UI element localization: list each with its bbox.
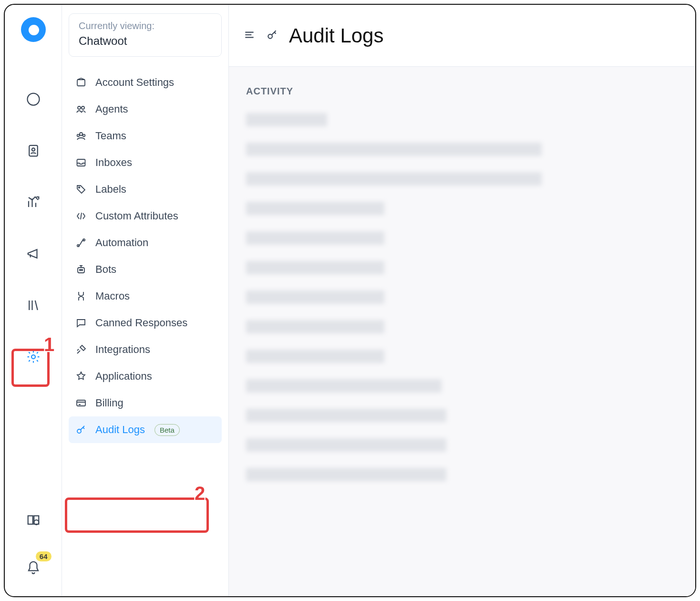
activity-row (246, 172, 542, 186)
bell-icon (26, 560, 41, 575)
bots-icon (75, 264, 87, 275)
activity-row (246, 468, 446, 481)
svg-point-12 (79, 187, 80, 188)
sidebar-item-label: Canned Responses (95, 317, 187, 329)
nav-campaigns[interactable] (24, 244, 43, 263)
svg-point-3 (31, 355, 35, 359)
sidebar-item-label: Automation (95, 237, 148, 249)
macros-icon (75, 290, 87, 302)
account-switcher-label: Currently viewing: (79, 21, 212, 31)
svg-point-2 (31, 148, 34, 151)
inboxes-icon (75, 157, 87, 168)
activity-row (246, 113, 327, 126)
activity-row (246, 320, 384, 333)
page-icon (266, 29, 278, 43)
contact-book-icon (26, 144, 41, 158)
hamburger-icon (243, 29, 256, 41)
account-switcher[interactable]: Currently viewing: Chatwoot (69, 13, 222, 57)
sidebar-item-teams[interactable]: Teams (69, 123, 222, 149)
svg-point-6 (78, 106, 81, 109)
agents-icon (75, 104, 87, 115)
nav-conversations[interactable] (24, 90, 43, 109)
app-logo[interactable] (21, 17, 46, 42)
nav-contacts[interactable] (24, 141, 43, 160)
books-icon (26, 298, 41, 312)
sidebar-item-macros[interactable]: Macros (69, 283, 222, 310)
svg-point-16 (80, 269, 81, 271)
svg-point-7 (82, 106, 84, 109)
sidebar-item-inboxes[interactable]: Inboxes (69, 149, 222, 176)
page-title: Audit Logs (289, 24, 383, 47)
svg-point-20 (268, 34, 272, 38)
sidebar-item-bots[interactable]: Bots (69, 256, 222, 283)
sidebar-item-label: Integrations (95, 343, 150, 356)
sidebar-item-labels[interactable]: Labels (69, 176, 222, 203)
svg-rect-5 (77, 80, 85, 86)
gear-icon (26, 350, 41, 364)
sidebar-item-agents[interactable]: Agents (69, 96, 222, 123)
activity-row (246, 379, 442, 393)
sidebar-item-label: Bots (95, 263, 116, 276)
svg-point-17 (82, 269, 83, 271)
nav-settings[interactable] (24, 347, 43, 366)
notifications-badge: 64 (36, 551, 51, 561)
custom-attributes-icon (75, 210, 87, 222)
activity-row (246, 350, 384, 363)
megaphone-icon (26, 247, 41, 261)
sidebar-toggle[interactable] (243, 29, 256, 43)
topbar: Audit Logs (229, 5, 695, 67)
sidebar-item-label: Agents (95, 103, 128, 115)
svg-point-10 (83, 135, 85, 137)
sidebar-item-label: Account Settings (95, 76, 174, 89)
nav-library[interactable] (24, 296, 43, 315)
activity-section-title: ACTIVITY (246, 86, 678, 97)
settings-sidebar: Currently viewing: Chatwoot Account Sett… (62, 5, 229, 596)
activity-row (246, 261, 384, 274)
sidebar-item-applications[interactable]: Applications (69, 363, 222, 390)
sidebar-item-custom-attributes[interactable]: Custom Attributes (69, 203, 222, 229)
activity-row (246, 290, 384, 304)
canned-responses-icon (75, 317, 87, 329)
labels-icon (75, 184, 87, 195)
nav-notifications[interactable]: 64 (24, 558, 43, 577)
activity-list (246, 113, 678, 481)
sidebar-item-label: Billing (95, 397, 124, 409)
account-settings-icon (75, 77, 87, 88)
activity-row (246, 202, 384, 215)
nav-docs[interactable] (24, 510, 43, 529)
svg-point-19 (77, 429, 81, 433)
applications-icon (75, 371, 87, 382)
key-icon (266, 29, 278, 41)
chat-icon (26, 92, 41, 106)
sidebar-item-billing[interactable]: Billing (69, 390, 222, 416)
sidebar-item-automation[interactable]: Automation (69, 229, 222, 256)
sidebar-item-label: Applications (95, 370, 152, 383)
sidebar-item-label: Macros (95, 290, 130, 302)
sidebar-item-label: Audit Logs (95, 424, 145, 436)
svg-rect-11 (77, 159, 85, 166)
activity-row (246, 438, 446, 452)
sidebar-item-account-settings[interactable]: Account Settings (69, 69, 222, 96)
activity-row (246, 231, 384, 245)
sidebar-item-label: Inboxes (95, 156, 132, 169)
sidebar-item-canned-responses[interactable]: Canned Responses (69, 310, 222, 336)
activity-row (246, 409, 446, 422)
main-content: Audit Logs ACTIVITY (229, 5, 695, 596)
sidebar-item-integrations[interactable]: Integrations (69, 336, 222, 363)
svg-point-9 (77, 135, 80, 137)
audit-logs-icon (75, 424, 87, 435)
nav-reports[interactable] (24, 193, 43, 212)
primary-nav-rail: 64 (5, 5, 62, 596)
sidebar-item-label: Teams (95, 130, 126, 142)
sidebar-item-label: Custom Attributes (95, 210, 178, 222)
beta-badge: Beta (154, 424, 180, 436)
sidebar-item-label: Labels (95, 183, 126, 196)
billing-icon (75, 397, 87, 409)
sidebar-item-audit-logs[interactable]: Audit LogsBeta (69, 416, 222, 443)
account-switcher-name: Chatwoot (79, 34, 212, 48)
chart-up-icon (26, 195, 41, 209)
book-globe-icon (26, 513, 41, 527)
integrations-icon (75, 344, 87, 355)
automation-icon (75, 237, 87, 249)
svg-rect-18 (77, 400, 85, 406)
